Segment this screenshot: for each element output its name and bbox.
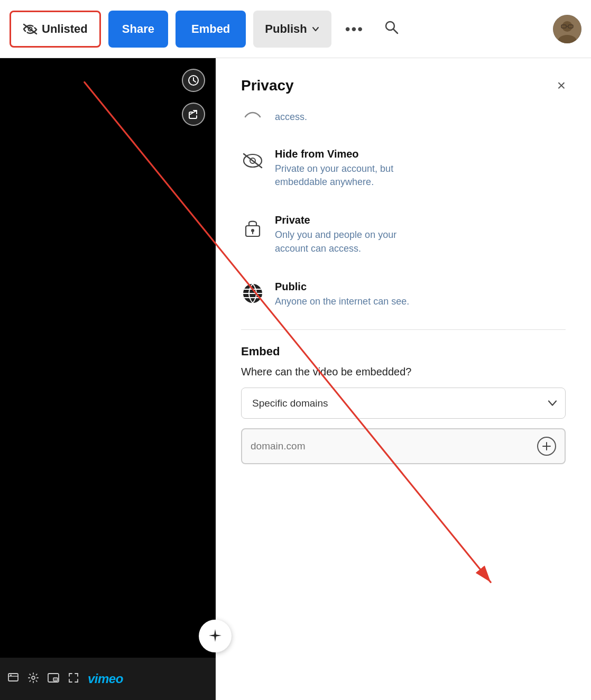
- eye-slash-icon: [23, 23, 38, 35]
- search-icon: [384, 20, 399, 34]
- topbar: Unlisted Share Embed Publish •••: [0, 0, 591, 58]
- svg-line-3: [393, 29, 398, 33]
- partial-privacy-option: access.: [241, 109, 566, 135]
- public-text: Public Anyone on the internet can see.: [275, 281, 409, 308]
- share-video-button[interactable]: [182, 103, 205, 126]
- avatar-image: [553, 15, 581, 43]
- domain-input-wrapper: [241, 428, 566, 464]
- svg-rect-13: [8, 674, 18, 681]
- search-button[interactable]: [377, 15, 405, 42]
- private-option[interactable]: Private Only you and people on youraccou…: [241, 201, 566, 268]
- more-options-button[interactable]: •••: [339, 16, 370, 42]
- sparkle-button[interactable]: [199, 620, 232, 652]
- public-icon: [241, 282, 264, 305]
- publish-button[interactable]: Publish: [253, 11, 331, 48]
- clock-button[interactable]: [182, 69, 205, 92]
- close-button[interactable]: ×: [557, 78, 566, 93]
- video-overlay-controls: [182, 69, 205, 126]
- embed-label: Embed: [191, 22, 230, 35]
- public-desc: Anyone on the internet can see.: [275, 295, 409, 308]
- unlisted-partial-icon: [243, 110, 263, 123]
- public-option[interactable]: Public Anyone on the internet can see.: [241, 268, 566, 321]
- fullscreen-icon[interactable]: [68, 672, 79, 686]
- private-text: Private Only you and people on youraccou…: [275, 214, 396, 255]
- public-title: Public: [275, 281, 409, 293]
- privacy-panel: Privacy × access.: [216, 58, 591, 700]
- embed-section: Embed Where can the video be embedded? S…: [241, 345, 566, 464]
- clock-icon: [188, 75, 199, 86]
- embed-question: Where can the video be embedded?: [241, 366, 566, 378]
- avatar[interactable]: [553, 15, 581, 43]
- add-domain-button[interactable]: [537, 437, 556, 456]
- domain-input[interactable]: [251, 440, 537, 452]
- svg-line-12: [193, 80, 196, 82]
- private-icon: [241, 215, 264, 238]
- private-desc: Only you and people on youraccount can a…: [275, 228, 396, 255]
- pip-icon[interactable]: [48, 672, 59, 686]
- share-icon: [188, 109, 199, 119]
- private-title: Private: [275, 214, 396, 226]
- chevron-down-icon: [311, 25, 320, 33]
- share-label: Share: [122, 22, 154, 35]
- svg-rect-18: [53, 678, 58, 681]
- vimeo-logo: vimeo: [88, 671, 123, 686]
- partial-option-text: access.: [275, 112, 307, 123]
- video-bottom-bar: vimeo: [0, 658, 216, 700]
- more-icon: •••: [345, 21, 364, 37]
- video-player[interactable]: [0, 58, 216, 658]
- embed-section-title: Embed: [241, 345, 566, 358]
- privacy-options-list: Hide from Vimeo Private on your account,…: [241, 135, 566, 321]
- svg-point-16: [32, 676, 35, 679]
- hide-from-vimeo-title: Hide from Vimeo: [275, 148, 393, 160]
- sparkle-icon: [207, 628, 223, 644]
- video-settings-alt-icon[interactable]: [7, 672, 19, 686]
- hide-from-vimeo-text: Hide from Vimeo Private on your account,…: [275, 148, 393, 189]
- hide-from-vimeo-desc: Private on your account, butembeddable a…: [275, 162, 393, 189]
- publish-label: Publish: [265, 22, 307, 36]
- video-panel: vimeo: [0, 58, 216, 700]
- partial-option-icon: [241, 109, 264, 125]
- domains-select-wrapper: Specific domains Anywhere Nowhere: [241, 388, 566, 419]
- hide-from-vimeo-icon: [241, 149, 264, 172]
- plus-icon: [542, 441, 551, 451]
- share-button[interactable]: Share: [108, 11, 168, 48]
- svg-rect-15: [10, 675, 12, 676]
- unlisted-button[interactable]: Unlisted: [10, 11, 101, 48]
- domains-select[interactable]: Specific domains Anywhere Nowhere: [241, 388, 566, 419]
- main-area: vimeo Privacy × access.: [0, 58, 591, 700]
- section-divider: [241, 329, 566, 330]
- privacy-header: Privacy ×: [241, 77, 566, 94]
- unlisted-label: Unlisted: [42, 22, 88, 36]
- privacy-title: Privacy: [241, 77, 294, 94]
- gear-icon[interactable]: [27, 672, 39, 686]
- embed-button[interactable]: Embed: [176, 11, 246, 48]
- hide-from-vimeo-option[interactable]: Hide from Vimeo Private on your account,…: [241, 135, 566, 201]
- close-icon: ×: [557, 77, 566, 94]
